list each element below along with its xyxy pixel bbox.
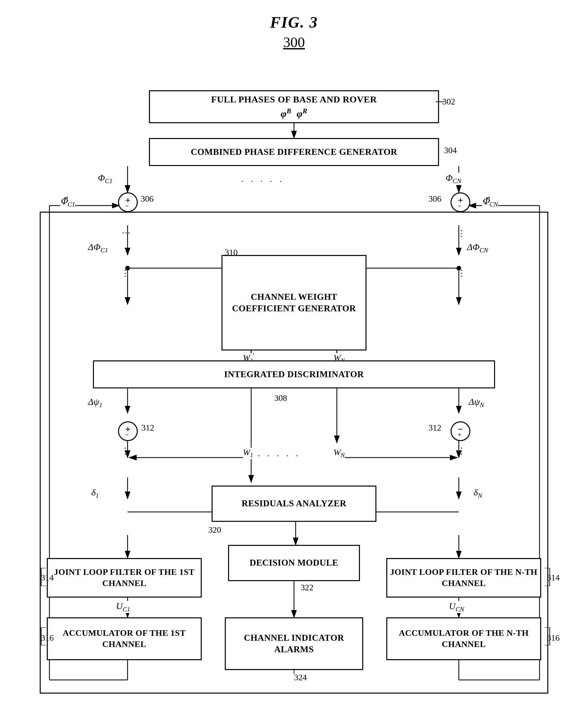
- input-box-label: FULL PHASES OF BASE AND ROVER: [211, 93, 377, 105]
- jlf-1st-box: JOINT LOOP FILTER OF THE 1ST CHANNEL: [47, 558, 202, 598]
- acc-1st-label: ACCUMULATOR OF THE 1ST CHANNEL: [48, 628, 201, 650]
- channel-weight-label: CHANNEL WEIGHT COEFFICIENT GENERATOR: [222, 291, 366, 314]
- sum-circle-312-left: +−: [118, 421, 138, 441]
- ref-308: 308: [274, 393, 287, 403]
- integrated-disc-box: INTEGRATED DISCRIMINATOR: [93, 361, 495, 388]
- delta-psi-1-label: Δψ1: [88, 397, 102, 409]
- dots-left-1: ⋮: [121, 229, 131, 239]
- wn-label-mid: WN: [334, 448, 345, 459]
- phi-cn-label: ΦCN: [446, 173, 461, 185]
- dots-right-2: ⋮: [457, 268, 466, 279]
- input-box-sublabel: φB φR: [211, 107, 377, 120]
- ref-322: 322: [301, 583, 313, 593]
- channel-weight-box: CHANNEL WEIGHT COEFFICIENT GENERATOR: [221, 255, 367, 350]
- acc-1st-box: ACCUMULATOR OF THE 1ST CHANNEL: [47, 617, 202, 660]
- ref-312-left: 312: [141, 423, 154, 433]
- ref-306-right: 306: [429, 194, 441, 204]
- phi-hat-cn-label: Φ̂CN: [482, 196, 498, 208]
- sum-circle-306-left: +−: [118, 192, 138, 212]
- decision-label: DECISION MODULE: [249, 557, 338, 569]
- sum-symbol-right: +−: [458, 196, 463, 209]
- dots-w-mid: . . . . .: [258, 449, 301, 459]
- dots-right-3: ⋮: [457, 446, 466, 456]
- ref-314-left-bracket: [40, 568, 49, 586]
- dots-2: . . . . .: [241, 174, 284, 184]
- figure-number: 300: [20, 34, 568, 51]
- arrow-residuals-decision: [292, 522, 299, 548]
- jlf-nth-label: JOINT LOOP FILTER OF THE N-TH CHANNEL: [387, 567, 540, 589]
- channel-indicator-label: CHANNEL INDICATOR ALARMS: [226, 632, 362, 655]
- phi-hat-c1-label: Φ̂C1: [60, 196, 75, 208]
- acc-nth-label: ACCUMULATOR OF THE N-TH CHANNEL: [387, 628, 540, 650]
- ref-310: 310: [225, 248, 238, 258]
- dots-left-2: ⋮: [121, 268, 130, 279]
- decision-box: DECISION MODULE: [228, 545, 360, 581]
- u-c1-label: UC1: [116, 601, 130, 613]
- channel-indicator-box: CHANNEL INDICATOR ALARMS: [225, 617, 363, 670]
- dots-right-1: ⋮: [457, 229, 466, 239]
- combined-phase-box: COMBINED PHASE DIFFERENCE GENERATOR: [149, 138, 439, 166]
- acc-nth-box: ACCUMULATOR OF THE N-TH CHANNEL: [386, 617, 541, 660]
- diagram: FULL PHASES OF BASE AND ROVER φB φR 302 …: [27, 64, 561, 703]
- integrated-disc-label: INTEGRATED DISCRIMINATOR: [224, 369, 364, 380]
- delta-n-label: δN: [473, 487, 482, 499]
- ref-320: 320: [208, 525, 221, 535]
- jlf-nth-box: JOINT LOOP FILTER OF THE N-TH CHANNEL: [386, 558, 541, 598]
- ref-316-left-bracket: [40, 627, 49, 645]
- sum-symbol-312-left: +−: [125, 424, 131, 438]
- sum-symbol-left: +−: [125, 196, 131, 209]
- ref-302-line: [436, 97, 446, 107]
- figure-title: FIG. 3: [20, 13, 568, 31]
- input-box: FULL PHASES OF BASE AND ROVER φB φR: [149, 90, 439, 123]
- residuals-box: RESIDUALS ANALYZER: [212, 486, 376, 522]
- combined-phase-label: COMBINED PHASE DIFFERENCE GENERATOR: [191, 146, 397, 158]
- sum-circle-306-right: +−: [451, 192, 470, 212]
- ref-324-bracket: [291, 669, 297, 675]
- delta-1-label: δ1: [91, 487, 99, 499]
- w1-label-mid: W1: [243, 448, 253, 459]
- ref-316-right-bracket: [542, 627, 552, 645]
- u-cn-label: UCN: [449, 601, 464, 613]
- delta-psi-n-label: ΔψN: [469, 397, 484, 409]
- ref-314-right-bracket: [542, 568, 552, 586]
- phi-c1-label: ΦC1: [98, 173, 113, 185]
- sum-circle-312-right: −+: [451, 421, 470, 441]
- page: FIG. 3 300: [0, 0, 588, 703]
- ref-312-right: 312: [429, 423, 441, 433]
- delta-phi-c1-label: ΔΦC1: [88, 242, 108, 254]
- jlf-1st-label: JOINT LOOP FILTER OF THE 1ST CHANNEL: [48, 567, 201, 589]
- residuals-label: RESIDUALS ANALYZER: [241, 498, 347, 509]
- sum-symbol-312-right: −+: [458, 424, 463, 438]
- ref-306-left: 306: [141, 194, 154, 204]
- ref-304: 304: [444, 146, 457, 155]
- dots-left-3: ⋮: [121, 446, 130, 456]
- delta-phi-cn-label: ΔΦCN: [467, 242, 488, 254]
